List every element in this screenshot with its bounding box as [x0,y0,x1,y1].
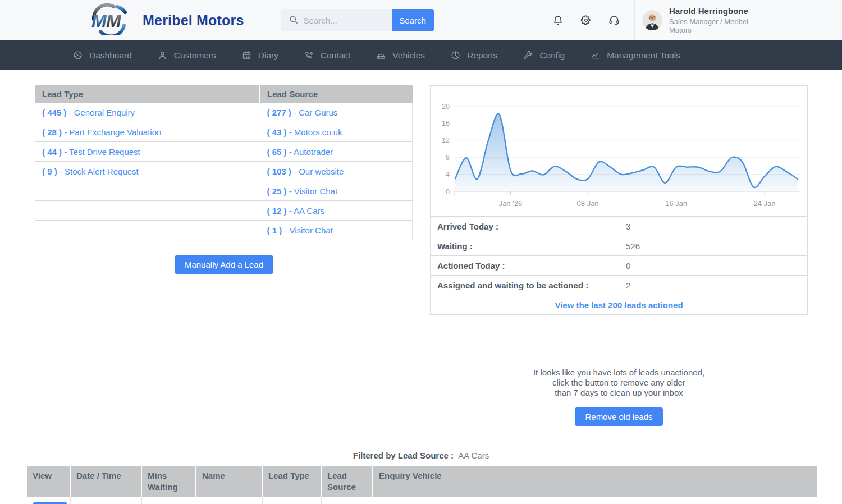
svg-text:M: M [91,11,107,31]
lead-type-cell: ( 44 ) - Test Drive Request [35,142,260,162]
vehicles-icon [376,50,386,61]
svg-text:16 Jan: 16 Jan [665,199,687,208]
brand-logo-icon: M M [88,3,138,38]
brand[interactable]: M M Meribel Motors [88,3,244,38]
column-header: Lead Type [262,466,321,497]
lead-summary-row: ( 44 ) - Test Drive Request( 65 ) - Auto… [35,142,413,162]
lead-type-link[interactable]: ( 9 ) - Stock Alert Request [42,167,139,176]
lead-type-header: Lead Type [35,85,260,103]
svg-text:08 Jan: 08 Jan [577,199,599,208]
manually-add-lead-button[interactable]: Manually Add a Lead [175,255,273,274]
view-last-200-link[interactable]: View the last 200 leads actioned [555,300,683,310]
lead-type-link[interactable]: ( 44 ) - Test Drive Request [42,147,140,157]
filtered-leads-table: ViewDate / TimeMins WaitingNameLead Type… [27,466,817,504]
lead-source-cell: ( 1 ) - Visitor Chat [260,221,413,240]
stats-value: 526 [619,236,808,256]
nav-item-management-tools[interactable]: Management Tools [590,50,680,61]
column-header: Mins Waiting [141,466,196,497]
lead-source-link[interactable]: ( 65 ) - Autotrader [267,147,333,157]
search-button[interactable]: Search [392,9,434,31]
nav-item-label: Customers [174,51,216,61]
lead-summary-row: ( 12 ) - AA Cars [35,201,413,221]
lead-source-cell: ( 103 ) - Our website [260,162,413,181]
date-time-cell: 26-Jan-202615:50 [70,497,141,504]
avatar [642,10,662,30]
nav-item-customers[interactable]: Customers [157,50,216,61]
lead-type-link[interactable]: ( 445 ) - General Enquiry [42,108,135,117]
nav-item-dashboard[interactable]: Dashboard [72,50,132,61]
name-cell: Nikita Murphy [196,497,262,504]
svg-text:12: 12 [442,136,450,144]
lead-source-cell: ( 12 ) - AA Cars [260,201,413,221]
svg-text:16: 16 [442,120,450,127]
lead-type-cell: General Enquiry [262,497,321,504]
nav-item-contact[interactable]: Contact [304,50,350,61]
svg-text:24 Jan: 24 Jan [753,199,775,208]
search-icon [288,14,299,25]
stats-label: Assigned and waiting to be actioned : [431,276,619,295]
lead-summary-row: ( 25 ) - Visitor Chat [35,181,413,201]
column-header: Lead Source [321,466,373,497]
gear-icon[interactable] [580,14,592,26]
remove-old-leads-button[interactable]: Remove old leads [575,407,662,426]
lead-source-cell: ( 25 ) - Visitor Chat [260,181,413,201]
stats-label: Waiting : [431,236,619,256]
table-row: View26-Jan-202615:501329 MinsNikita Murp… [27,497,817,504]
lead-type-cell [35,181,260,201]
lead-source-cell: ( 277 ) - Car Gurus [260,103,413,122]
bell-icon[interactable] [552,14,564,26]
diary-icon [241,50,252,61]
column-header: Enquiry Vehicle [373,466,817,497]
lead-type-link[interactable]: ( 28 ) - Part Exchange Valuation [42,127,161,137]
reports-icon [450,50,461,61]
lead-source-cell: ( 65 ) - Autotrader [260,142,413,162]
search-bar: Search [281,9,434,31]
nav-item-label: Config [539,51,565,61]
contact-icon [304,50,314,61]
filter-label: Filtered by Lead Source : [353,451,454,460]
enquiry-vehicle-cell: YX69WVF VOLVO XC40 2.0 D3 R-DESIGN SUV 5… [373,497,817,504]
nav-item-label: Diary [258,51,278,61]
lead-source-link[interactable]: ( 12 ) - AA Cars [267,206,325,216]
config-icon [523,50,533,61]
dashboard-icon [72,50,83,61]
svg-text:4: 4 [446,171,450,178]
svg-text:8: 8 [446,154,450,162]
lead-summary-row: ( 445 ) - General Enquiry( 277 ) - Car G… [35,103,413,122]
lead-source-cell: ( 43 ) - Motors.co.uk [260,122,413,142]
stats-link-cell: View the last 200 leads actioned [431,295,807,315]
user-profile[interactable]: Harold Herringbone Sales Manager / Merib… [634,0,767,40]
lead-source-link[interactable]: ( 43 ) - Motors.co.uk [267,127,342,137]
stats-row: Actioned Today :0 [431,256,807,276]
lead-source-link[interactable]: ( 277 ) - Car Gurus [267,108,338,117]
filtered-by-line: Filtered by Lead Source : AA Cars [0,451,842,460]
header-icon-cluster [552,14,620,26]
lead-summary-row: ( 28 ) - Part Exchange Valuation( 43 ) -… [35,122,413,142]
top-header: M M Meribel Motors Search [0,0,842,40]
stats-label: Actioned Today : [431,256,619,276]
stats-value: 0 [619,256,808,276]
headset-icon[interactable] [608,14,620,26]
page: M M Meribel Motors Search [0,0,842,504]
stats-value: 3 [619,217,808,236]
column-header: Name [196,466,262,497]
nav-item-label: Management Tools [607,51,680,61]
nav-item-reports[interactable]: Reports [450,50,497,61]
column-header: View [27,466,70,497]
svg-text:Jan '26: Jan '26 [499,199,523,208]
nav-item-config[interactable]: Config [523,50,565,61]
lead-source-link[interactable]: ( 103 ) - Our website [267,167,344,176]
stats-row: Assigned and waiting to be actioned :2 [431,276,807,295]
nav-item-vehicles[interactable]: Vehicles [376,50,425,61]
lead-source-link[interactable]: ( 1 ) - Visitor Chat [267,226,333,235]
lead-summary-row: ( 1 ) - Visitor Chat [35,221,413,240]
user-name: Harold Herringbone [669,6,767,16]
lead-source-link[interactable]: ( 25 ) - Visitor Chat [267,186,338,196]
lead-type-cell: ( 445 ) - General Enquiry [35,103,260,122]
nav-item-label: Vehicles [392,51,425,61]
leads-area-chart: 048121620Jan '2608 Jan16 Jan24 Jan [431,86,807,216]
nav-item-diary[interactable]: Diary [241,50,278,61]
leads-stats-section: 048121620Jan '2608 Jan16 Jan24 Jan Arriv… [430,85,808,426]
main-nav: DashboardCustomersDiaryContactVehiclesRe… [0,40,842,70]
mins-waiting-cell: 1329 Mins [141,497,196,504]
